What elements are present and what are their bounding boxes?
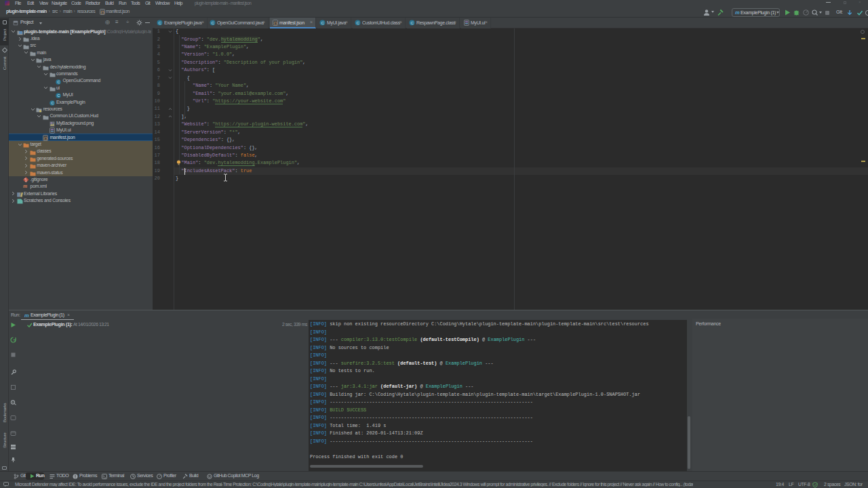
svg-text:C: C [51,101,54,105]
svg-text:{}: {} [273,21,277,26]
svg-text:C: C [57,80,60,84]
svg-text:{}: {} [100,10,104,15]
svg-text:{}: {} [43,136,47,140]
svg-text:C: C [57,94,60,98]
